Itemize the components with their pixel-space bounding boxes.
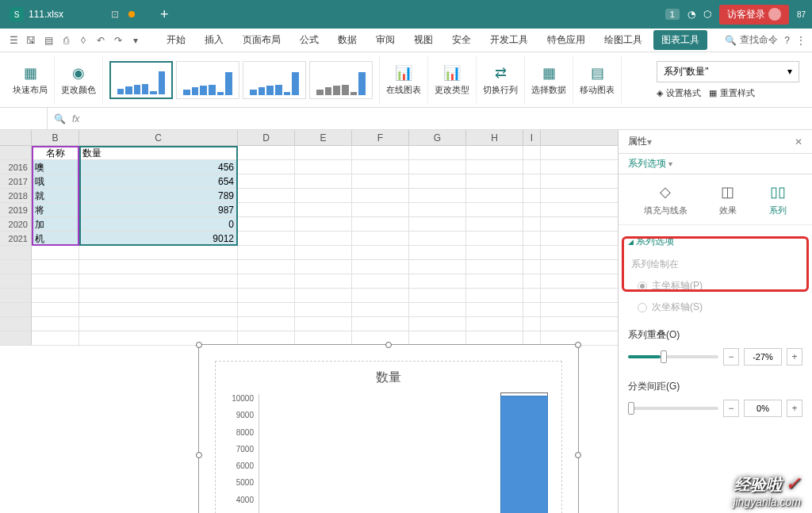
tab-dev[interactable]: 开发工具: [482, 30, 536, 50]
switch-rowcol-button[interactable]: ⇄ 切换行列: [483, 63, 518, 96]
properties-pane: 属性 ▾ ✕ 系列选项 ▾ ◇ 填充与线条 ◫ 效果 ▯▯ 系列 系列选项 系列…: [618, 130, 812, 513]
reset-style-button[interactable]: ▦ 重置样式: [709, 87, 755, 99]
select-data-button[interactable]: ▦ 选择数据: [531, 63, 566, 96]
tab-effect[interactable]: ◫ 效果: [718, 182, 737, 216]
notification-badge[interactable]: 1: [665, 9, 680, 20]
stepper-minus[interactable]: −: [723, 348, 739, 366]
print-icon[interactable]: ⎙: [59, 33, 73, 48]
shop-icon[interactable]: ⬡: [703, 9, 711, 20]
tab-security[interactable]: 安全: [444, 30, 479, 50]
col-header-h[interactable]: H: [466, 130, 523, 145]
chart-style-2[interactable]: [176, 61, 239, 99]
corner-cell[interactable]: [0, 130, 32, 145]
name-box[interactable]: [0, 108, 48, 129]
slider-thumb[interactable]: [628, 402, 634, 415]
redo-icon[interactable]: ↷: [111, 33, 125, 48]
preview-icon[interactable]: ◊: [76, 33, 90, 48]
tab-layout[interactable]: 页面布局: [235, 30, 289, 50]
search-placeholder: 查找命令: [740, 33, 778, 47]
layout-label: 块速布局: [13, 84, 48, 96]
plot-area[interactable]: [259, 394, 553, 513]
stepper-minus[interactable]: −: [723, 400, 739, 417]
move-chart-button[interactable]: ▤ 移动图表: [580, 63, 615, 96]
col-header-c[interactable]: C: [79, 130, 238, 145]
section-title[interactable]: 系列选项: [628, 235, 802, 248]
chart-style-1[interactable]: [109, 61, 173, 99]
chart-title[interactable]: 数量: [224, 369, 553, 386]
help-icon[interactable]: ?: [784, 35, 790, 46]
tab-chart-tools[interactable]: 图表工具: [653, 30, 707, 50]
props-header: 属性 ▾ ✕: [619, 130, 812, 154]
tab-fill[interactable]: ◇ 填充与线条: [644, 182, 688, 216]
chart-style-4[interactable]: [309, 61, 373, 99]
chart-object[interactable]: 数量 10000 9000 8000 7000 6000 5000 4000 3…: [198, 344, 579, 513]
select-data-label: 选择数据: [531, 84, 566, 96]
col-header-b[interactable]: B: [32, 130, 79, 145]
tab-formula[interactable]: 公式: [292, 30, 327, 50]
chart-handle[interactable]: [575, 342, 581, 348]
chart-handle[interactable]: [575, 452, 581, 458]
fx-search-icon[interactable]: 🔍: [54, 113, 66, 124]
tab-close-icon[interactable]: ⊡: [111, 9, 119, 20]
online-chart-button[interactable]: 📊 在线图表: [386, 63, 421, 96]
window-controls[interactable]: 87: [797, 10, 806, 19]
series-overlap-group: 系列重叠(O) − -27% +: [628, 328, 802, 366]
col-header-g[interactable]: G: [409, 130, 466, 145]
chart-plot-area[interactable]: 数量 10000 9000 8000 7000 6000 5000 4000 3…: [215, 361, 562, 513]
row-header[interactable]: [0, 146, 32, 159]
quick-layout-button[interactable]: ▦ 块速布局: [13, 63, 48, 96]
bar-handle: [500, 392, 547, 396]
new-icon[interactable]: ▤: [41, 33, 56, 48]
overlap-slider[interactable]: [628, 355, 718, 358]
col-header-e[interactable]: E: [295, 130, 352, 145]
menu-icon[interactable]: ☰: [6, 33, 21, 48]
search-command[interactable]: 🔍 查找命令: [725, 33, 778, 47]
fx-label[interactable]: fx: [72, 113, 79, 124]
chart-style-3[interactable]: [243, 61, 306, 99]
tab-view[interactable]: 视图: [406, 30, 441, 50]
overlap-value[interactable]: -27%: [744, 348, 782, 366]
radio-secondary-axis[interactable]: 次坐标轴(S): [638, 301, 802, 314]
tab-insert[interactable]: 插入: [197, 30, 232, 50]
cloud-icon[interactable]: ◔: [688, 9, 695, 20]
change-color-button[interactable]: ◉ 更改颜色: [61, 63, 96, 96]
cell[interactable]: 名称: [32, 146, 79, 159]
close-icon[interactable]: ✕: [795, 136, 802, 147]
more-icon[interactable]: ⋮: [796, 35, 806, 46]
format-button[interactable]: ◈ 设置格式: [657, 87, 701, 99]
tab-start[interactable]: 开始: [159, 30, 193, 50]
chart-bar[interactable]: [500, 396, 547, 513]
chart-handle[interactable]: [196, 342, 202, 348]
chart-handle[interactable]: [385, 342, 392, 348]
tab-data[interactable]: 数据: [330, 30, 365, 50]
tab-review[interactable]: 审阅: [368, 30, 403, 50]
file-tab[interactable]: S 111.xlsx ⊡: [0, 0, 144, 29]
format-label: 设置格式: [666, 87, 701, 99]
stepper-plus[interactable]: +: [787, 348, 802, 366]
tab-special[interactable]: 特色应用: [539, 30, 593, 50]
chart-handle[interactable]: [196, 452, 202, 458]
col-header-d[interactable]: D: [238, 130, 295, 145]
online-label: 在线图表: [386, 84, 421, 96]
stepper-plus[interactable]: +: [787, 400, 802, 417]
dropdown-icon[interactable]: ▾: [128, 33, 143, 48]
col-header-f[interactable]: F: [352, 130, 409, 145]
col-header-i[interactable]: I: [523, 130, 541, 145]
new-tab-button[interactable]: +: [160, 6, 169, 23]
watermark: 经验啦 ✓ jingyanla.com: [733, 473, 801, 508]
change-type-button[interactable]: 📊 更改类型: [435, 63, 469, 96]
tab-series[interactable]: ▯▯ 系列: [768, 182, 787, 216]
login-label: 访客登录: [727, 8, 765, 21]
save-icon[interactable]: 🖫: [24, 33, 38, 48]
gap-value[interactable]: 0%: [744, 400, 782, 417]
login-button[interactable]: 访客登录: [719, 5, 789, 25]
props-title: 属性: [628, 135, 647, 148]
radio-primary-axis[interactable]: 主坐标轴(P): [638, 279, 802, 293]
undo-icon[interactable]: ↶: [94, 33, 108, 48]
tab-draw[interactable]: 绘图工具: [596, 30, 650, 50]
slider-thumb[interactable]: [661, 350, 667, 363]
props-tab-series-options[interactable]: 系列选项: [628, 158, 666, 169]
gap-slider[interactable]: [628, 407, 718, 410]
cell[interactable]: 数量: [79, 146, 238, 159]
series-dropdown[interactable]: 系列"数量" ▾: [657, 61, 799, 82]
